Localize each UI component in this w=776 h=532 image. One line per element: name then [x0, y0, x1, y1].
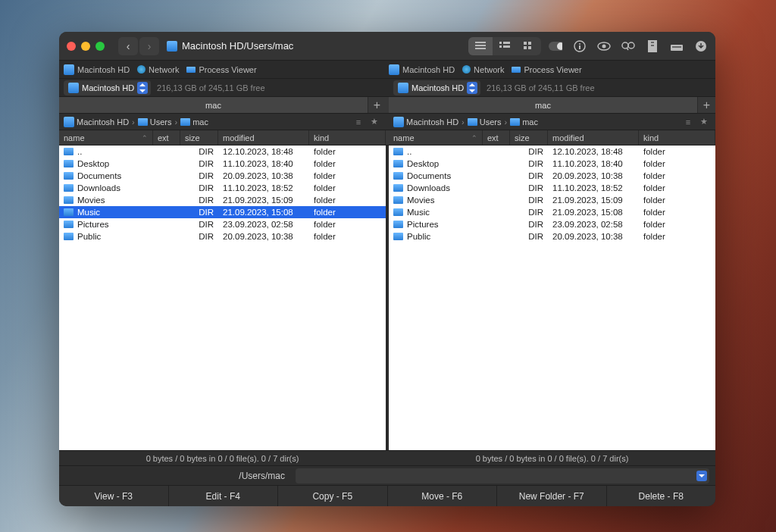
drive-select-left[interactable]: Macintosh HD [64, 80, 151, 95]
table-row[interactable]: PicturesDIR23.09.2023, 02:58folder [59, 218, 386, 230]
column-ext[interactable]: ext [153, 130, 180, 145]
table-row[interactable]: MoviesDIR21.09.2023, 15:09folder [389, 194, 715, 206]
cell-kind: folder [309, 208, 386, 217]
folder-icon [64, 196, 74, 204]
column-kind[interactable]: kind [639, 130, 715, 145]
column-ext[interactable]: ext [483, 130, 510, 145]
dropdown-icon[interactable] [696, 471, 707, 481]
status-text: 0 bytes / 0 bytes in 0 / 0 file(s). 0 / … [146, 454, 299, 463]
breadcrumb-macintosh-hd[interactable]: Macintosh HD [64, 117, 129, 127]
close-button[interactable] [67, 42, 76, 51]
tab-label: mac [535, 101, 551, 110]
path-input[interactable] [296, 468, 709, 483]
fn-delete-button[interactable]: Delete - F8 [607, 486, 716, 506]
info-icon[interactable] [573, 39, 587, 53]
table-row[interactable]: DownloadsDIR11.10.2023, 18:52folder [389, 182, 715, 194]
pane-right[interactable]: ..DIR12.10.2023, 18:48folderDesktopDIR11… [389, 146, 715, 450]
row-name: Documents [77, 171, 121, 180]
drive-name: Macintosh HD [411, 83, 464, 92]
table-row[interactable]: MoviesDIR21.09.2023, 15:09folder [59, 194, 386, 206]
cell-name: Movies [59, 196, 153, 205]
column-size[interactable]: size [180, 130, 218, 145]
view-list-button[interactable] [468, 37, 493, 55]
cell-size: DIR [510, 171, 548, 180]
pane-left[interactable]: ..DIR12.10.2023, 18:48folderDesktopDIR11… [59, 146, 386, 450]
location-process-viewer[interactable]: Process Viewer [186, 65, 256, 74]
table-row[interactable]: DocumentsDIR20.09.2023, 10:38folder [389, 170, 715, 182]
fn-view-button[interactable]: View - F3 [59, 486, 169, 506]
history-button[interactable]: ≡ [681, 117, 695, 127]
location-process-viewer[interactable]: Process Viewer [512, 65, 581, 74]
column-kind[interactable]: kind [309, 130, 386, 145]
fn-edit-button[interactable]: Edit - F4 [169, 486, 279, 506]
table-row[interactable]: PicturesDIR23.09.2023, 02:58folder [389, 218, 715, 230]
svg-rect-3 [499, 42, 502, 44]
drive-name: Macintosh HD [82, 83, 134, 92]
tab-add-button[interactable]: + [697, 97, 715, 113]
cell-name: Movies [389, 196, 483, 205]
table-row[interactable]: MusicDIR21.09.2023, 15:08folder [389, 206, 715, 218]
maximize-button[interactable] [95, 42, 105, 51]
column-name[interactable]: name [389, 130, 483, 145]
table-row[interactable]: DesktopDIR11.10.2023, 18:40folder [59, 158, 386, 170]
table-row[interactable]: PublicDIR20.09.2023, 10:38folder [389, 230, 715, 243]
favorite-button[interactable]: ★ [697, 117, 711, 127]
cell-name: Documents [59, 171, 153, 180]
breadcrumb-mac[interactable]: mac [180, 117, 208, 127]
fn-copy-button[interactable]: Copy - F5 [278, 486, 388, 506]
drive-select-right[interactable]: Macintosh HD [393, 80, 480, 95]
fn-move-button[interactable]: Move - F6 [388, 486, 498, 506]
row-name: Documents [407, 171, 451, 180]
column-size[interactable]: size [510, 130, 548, 145]
location-macintosh-hd[interactable]: Macintosh HD [389, 64, 455, 75]
toggle-icon[interactable] [549, 39, 562, 53]
tab[interactable]: mac [59, 97, 368, 113]
search-icon[interactable] [621, 39, 635, 53]
favorite-button[interactable]: ★ [368, 117, 381, 127]
history-button[interactable]: ≡ [352, 117, 365, 127]
view-grid-button[interactable] [517, 37, 541, 55]
download-icon[interactable] [694, 39, 708, 53]
folder-icon [180, 118, 190, 126]
location-network[interactable]: Network [462, 65, 504, 74]
table-row[interactable]: DownloadsDIR11.10.2023, 18:52folder [59, 182, 386, 194]
row-name: Public [77, 232, 101, 241]
table-row[interactable]: ..DIR12.10.2023, 18:48folder [389, 146, 715, 158]
location-network[interactable]: Network [137, 65, 179, 74]
location-label: Network [474, 65, 504, 74]
nav-forward-button[interactable]: › [139, 37, 159, 55]
table-row[interactable]: ..DIR12.10.2023, 18:48folder [59, 146, 386, 158]
location-macintosh-hd[interactable]: Macintosh HD [64, 64, 130, 75]
cell-size: DIR [510, 232, 548, 241]
cell-name: Pictures [389, 220, 483, 229]
row-name: Movies [407, 196, 434, 205]
column-name[interactable]: name [59, 130, 153, 145]
archive-icon[interactable] [646, 39, 659, 53]
breadcrumb-users[interactable]: Users [468, 117, 502, 127]
breadcrumb-mac[interactable]: mac [510, 117, 538, 127]
cell-modified: 11.10.2023, 18:40 [548, 159, 639, 168]
eject-icon[interactable] [670, 39, 684, 53]
breadcrumb-macintosh-hd[interactable]: Macintosh HD [393, 117, 458, 127]
view-columns-button[interactable] [493, 37, 517, 55]
cell-kind: folder [309, 171, 386, 180]
globe-icon [462, 65, 471, 74]
minimize-button[interactable] [81, 42, 90, 51]
fn-new-button[interactable]: New Folder - F7 [497, 486, 607, 506]
tab[interactable]: mac [389, 97, 697, 113]
quicklook-icon[interactable] [597, 39, 611, 53]
column-modified[interactable]: modified [548, 130, 639, 145]
nav-back-button[interactable]: ‹ [118, 37, 138, 55]
column-modified[interactable]: modified [218, 130, 309, 145]
breadcrumb-users[interactable]: Users [138, 117, 172, 127]
cell-size: DIR [180, 159, 218, 168]
cell-name: Music [389, 208, 483, 217]
svg-rect-2 [475, 48, 486, 49]
tab-add-button[interactable]: + [368, 97, 386, 113]
status-left: 0 bytes / 0 bytes in 0 / 0 file(s). 0 / … [59, 451, 386, 465]
table-row[interactable]: PublicDIR20.09.2023, 10:38folder [59, 230, 386, 243]
table-row[interactable]: MusicDIR21.09.2023, 15:08folder [59, 206, 386, 218]
table-row[interactable]: DocumentsDIR20.09.2023, 10:38folder [59, 170, 386, 182]
svg-rect-22 [651, 42, 654, 43]
table-row[interactable]: DesktopDIR11.10.2023, 18:40folder [389, 158, 715, 170]
